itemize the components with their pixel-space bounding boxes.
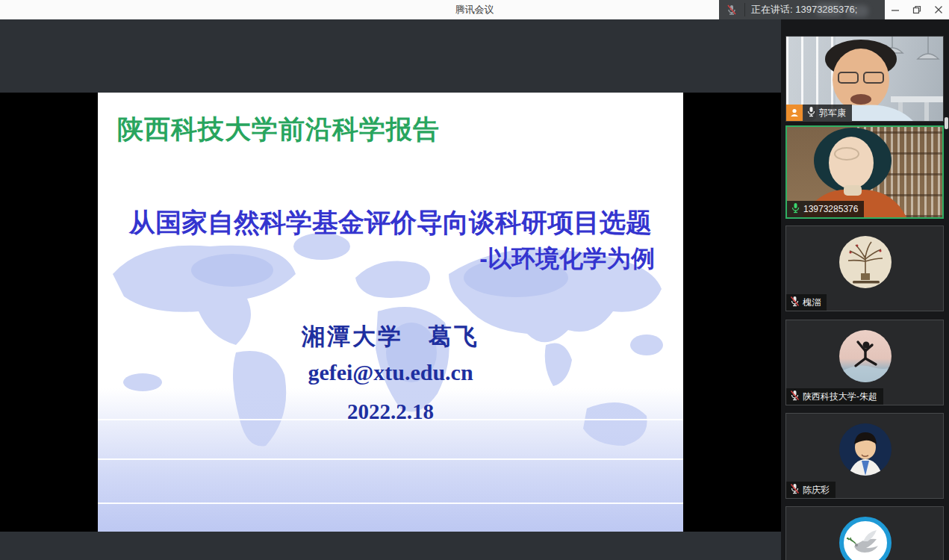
host-badge-icon	[786, 105, 803, 121]
participant-name: 13973285376	[803, 204, 858, 214]
slide-subheading: 陕西科技大学前沿科学报告	[117, 112, 440, 147]
participant-name: 陈庆彩	[803, 484, 830, 497]
participant-tile-avatar-4[interactable]	[785, 506, 944, 560]
participant-name: 槐淄	[803, 296, 821, 309]
window-controls	[885, 0, 949, 19]
watermark	[846, 5, 868, 17]
titlebar: 腾讯会议 正在讲话: 13973285376;	[0, 0, 949, 19]
participants-panel: 郭军康	[781, 19, 949, 560]
participant-label: 郭军康	[786, 105, 852, 121]
participant-label: 陈庆彩	[786, 482, 836, 498]
mic-speaking-icon	[791, 202, 800, 217]
mic-on-icon	[806, 106, 816, 120]
participant-name: 郭军康	[819, 107, 846, 119]
slide-email: gefei@xtu.edu.cn	[98, 360, 683, 385]
participant-label: 陕西科技大学-朱超	[786, 388, 883, 405]
restore-button[interactable]	[907, 0, 927, 19]
rule-line	[98, 503, 683, 504]
boy-portrait-avatar	[839, 423, 892, 476]
presentation-stage: 陕西科技大学前沿科学报告 从国家自然科学基金评价导向谈科研项目选题 -以环境化学…	[0, 93, 781, 532]
slide-title-line1: 从国家自然科学基金评价导向谈科研项目选题	[98, 205, 683, 240]
participant-name: 陕西科技大学-朱超	[803, 391, 877, 403]
participant-tile-video-1[interactable]: 郭军康	[785, 36, 944, 122]
presentation-slide: 陕西科技大学前沿科学报告 从国家自然科学基金评价导向谈科研项目选题 -以环境化学…	[98, 93, 683, 532]
participant-label: 槐淄	[786, 294, 827, 311]
participant-tile-avatar-2[interactable]: 陕西科技大学-朱超	[785, 320, 944, 405]
dove-logo-avatar	[839, 517, 892, 560]
mic-muted-icon[interactable]	[719, 0, 744, 19]
tree-logo-avatar	[839, 236, 892, 288]
minimize-button[interactable]	[886, 0, 905, 19]
watermark	[816, 3, 841, 16]
mic-muted-icon	[790, 483, 800, 497]
meeting-window: 腾讯会议 正在讲话: 13973285376;	[0, 0, 949, 560]
shared-screen-area: 陕西科技大学前沿科学报告 从国家自然科学基金评价导向谈科研项目选题 -以环境化学…	[0, 19, 781, 560]
slide-title-line2: -以环境化学为例	[479, 243, 655, 276]
mic-muted-icon	[790, 390, 800, 404]
participant-label: 13973285376	[787, 201, 864, 217]
mic-muted-icon	[790, 296, 800, 310]
close-button[interactable]	[929, 0, 948, 19]
participant-tile-avatar-1[interactable]: 槐淄	[785, 225, 944, 311]
participant-tile-video-2[interactable]: 13973285376	[785, 125, 944, 219]
speaking-indicator: 正在讲话: 13973285376;	[719, 0, 885, 19]
participant-tile-avatar-3[interactable]: 陈庆彩	[785, 413, 944, 499]
jumping-person-avatar	[839, 330, 892, 382]
sidebar-scrollbar[interactable]	[945, 117, 948, 129]
slide-author: 湘潭大学 葛飞	[98, 321, 683, 352]
rule-line	[98, 458, 683, 460]
slide-date: 2022.2.18	[98, 399, 683, 424]
